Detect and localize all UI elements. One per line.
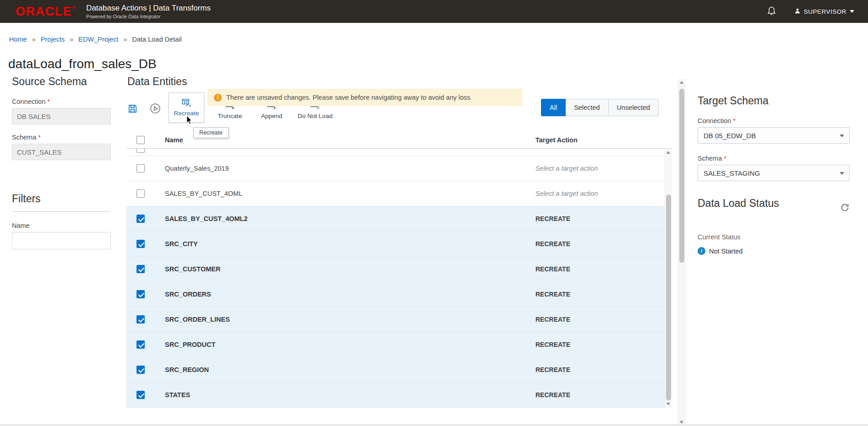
data-entities-toolbar: ! There are unsaved changes. Please save… [126, 88, 671, 132]
content: Source Schema Connection* Schema* Filter… [0, 75, 868, 426]
table-row[interactable]: SRC_ORDER_LINES RECREATE [126, 307, 671, 332]
filters-title: Filters [12, 192, 111, 212]
table-row[interactable]: STATES RECREATE [126, 383, 671, 408]
select-caret-icon [840, 172, 844, 175]
row-name: SRC_ORDER_LINES [155, 316, 535, 323]
table-row[interactable]: SRC_ORDERS RECREATE [126, 282, 671, 307]
save-button[interactable] [127, 103, 138, 115]
row-action[interactable]: RECREATE [535, 215, 671, 222]
target-schema-label: Schema* [698, 155, 850, 162]
notifications-button[interactable] [767, 6, 776, 17]
row-name: SALES_BY_CUST_4OML2 [155, 215, 535, 222]
table-row[interactable]: SALES_BY_CUST_4OML2 RECREATE [126, 206, 671, 232]
table-rows: Quaterly_Sales_2019 Select a target acti… [126, 156, 671, 408]
user-icon [794, 8, 801, 16]
row-action[interactable]: RECREATE [535, 240, 671, 248]
scroll-down-icon[interactable] [665, 400, 671, 408]
table-row[interactable]: SALES_BY_CUST_4OML Select a target actio… [126, 181, 671, 206]
unsaved-changes-banner: ! There are unsaved changes. Please save… [207, 89, 523, 106]
row-checkbox[interactable] [136, 340, 145, 349]
row-checkbox[interactable] [136, 265, 145, 273]
refresh-status-button[interactable] [840, 203, 850, 214]
row-action[interactable]: RECREATE [535, 341, 671, 348]
truncate-label: Truncate [218, 113, 242, 119]
row-checkbox[interactable] [136, 391, 145, 399]
row-action[interactable]: RECREATE [535, 391, 671, 399]
scroll-up-icon[interactable] [678, 79, 685, 86]
row-checkbox[interactable] [136, 290, 145, 298]
breadcrumb-edw-project[interactable]: EDW_Project [78, 36, 118, 43]
row-checkbox[interactable] [136, 189, 145, 198]
info-icon: i [698, 247, 705, 255]
oracle-logo: ORACLE ® [16, 5, 76, 19]
table-row[interactable]: SRC_CITY RECREATE [126, 232, 671, 257]
page-title: dataLoad_from_sales_DB [8, 57, 157, 71]
row-action[interactable]: RECREATE [535, 316, 671, 323]
warning-icon: ! [214, 94, 222, 102]
filter-unselected-button[interactable]: Unselected [609, 99, 659, 116]
source-connection-label: Connection* [12, 98, 111, 105]
breadcrumb-projects[interactable]: Projects [41, 36, 65, 43]
row-name: Quaterly_Sales_2019 [155, 165, 535, 172]
filter-selected-button[interactable]: Selected [566, 99, 608, 116]
target-connection-label: Connection* [698, 117, 850, 124]
row-action[interactable]: Select a target action [535, 190, 671, 197]
breadcrumb-current: Data Load Detail [132, 36, 182, 43]
select-caret-icon [840, 135, 844, 137]
source-connection-input [12, 108, 111, 124]
data-entities-table: Name Target Action Quaterly_Sales_2019 S… [126, 132, 671, 408]
row-name: STATES [155, 391, 535, 399]
table-scrollbar-thumb[interactable] [666, 194, 671, 400]
row-name: SRC_CITY [155, 240, 535, 248]
source-schema-input [12, 144, 111, 160]
powered-by-label: Powered by Oracle Data Integrator [86, 14, 211, 19]
breadcrumb-home[interactable]: Home [9, 36, 27, 43]
row-name: SALES_BY_CUST_4OML [155, 190, 535, 197]
row-action[interactable]: Select a target action [535, 165, 671, 172]
table-row[interactable]: SRC_REGION RECREATE [126, 357, 671, 383]
row-action[interactable]: RECREATE [535, 366, 671, 373]
row-checkbox[interactable] [136, 164, 145, 173]
filter-all-button[interactable]: All [541, 99, 566, 116]
data-entities-title: Data Entities [127, 75, 671, 88]
select-all-checkbox[interactable] [136, 136, 145, 144]
required-marker: * [38, 134, 41, 141]
row-name: SRC_CUSTOMER [155, 265, 535, 273]
recreate-icon [182, 99, 191, 108]
target-schema-panel: Target Schema Connection* DB 05_EDW_DB S… [698, 75, 850, 255]
table-row[interactable]: SRC_PRODUCT RECREATE [126, 332, 671, 357]
run-button[interactable] [149, 102, 161, 116]
row-checkbox[interactable] [136, 240, 145, 248]
breadcrumb-separator: » [70, 36, 73, 43]
user-menu[interactable]: SUPERVISOR [794, 8, 854, 16]
required-marker: * [724, 155, 726, 162]
row-checkbox[interactable] [136, 315, 145, 324]
table-scrollbar[interactable] [665, 149, 671, 408]
row-filter-toggle: All Selected Unselected [541, 99, 659, 116]
run-icon [149, 109, 161, 116]
data-entities-panel: Data Entities ! There are unsaved change… [126, 75, 671, 408]
row-checkbox[interactable] [136, 215, 145, 223]
bell-icon [767, 10, 776, 17]
row-name: SRC_PRODUCT [155, 341, 535, 348]
app-header: ORACLE ® Database Actions | Data Transfo… [0, 0, 868, 23]
filter-name-input[interactable] [12, 232, 111, 249]
row-checkbox[interactable] [136, 149, 145, 153]
page-scrollbar-thumb[interactable] [679, 89, 684, 263]
row-checkbox[interactable] [136, 366, 145, 374]
table-row[interactable]: SRC_CUSTOMER RECREATE [126, 257, 671, 282]
warning-text: There are unsaved changes. Please save b… [226, 94, 470, 101]
row-action[interactable]: RECREATE [535, 265, 671, 273]
row-action[interactable]: RECREATE [535, 291, 671, 298]
scroll-up-icon[interactable] [665, 149, 671, 156]
table-row[interactable]: Quaterly_Sales_2019 Select a target acti… [126, 156, 671, 181]
data-load-status-title: Data Load Status [698, 197, 779, 210]
recreate-tooltip: Recreate [193, 127, 229, 138]
target-schema-value: SALES_STAGING [704, 169, 760, 177]
page-scrollbar[interactable] [678, 79, 685, 426]
source-schema-title: Source Schema [12, 75, 111, 88]
table-row-partial [126, 149, 671, 156]
save-icon [127, 108, 138, 115]
target-connection-select[interactable]: DB 05_EDW_DB [698, 127, 850, 144]
target-schema-select[interactable]: SALES_STAGING [698, 165, 850, 181]
